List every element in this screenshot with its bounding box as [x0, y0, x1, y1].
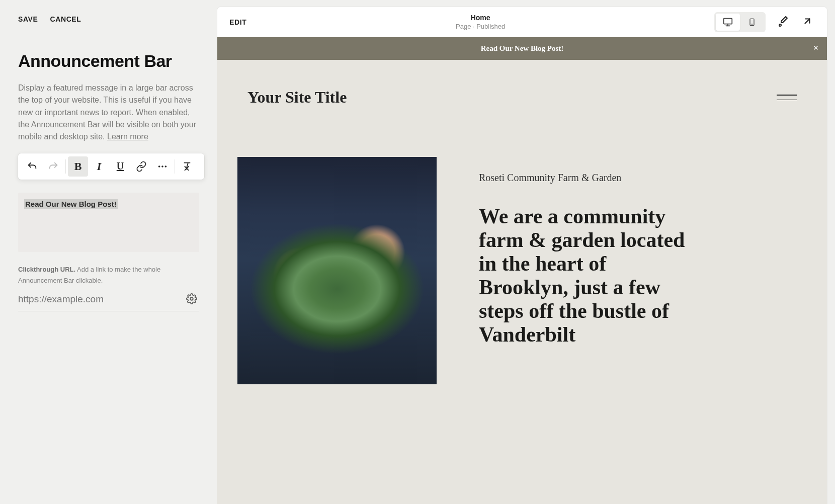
page-info: Home Page · Published	[246, 14, 714, 30]
preview-topbar: EDIT Home Page · Published	[217, 7, 827, 37]
panel-title: Announcement Bar	[18, 51, 199, 71]
site-hero-text: We are a community farm & garden located…	[479, 205, 690, 347]
svg-rect-4	[724, 18, 732, 24]
svg-point-2	[165, 165, 167, 167]
desktop-icon	[722, 17, 733, 28]
bold-button[interactable]: B	[68, 156, 88, 177]
link-button[interactable]	[131, 156, 151, 177]
mobile-icon	[748, 17, 756, 28]
menu-button[interactable]	[777, 95, 797, 100]
undo-icon	[27, 161, 38, 172]
rich-text-toolbar: B I U	[18, 153, 204, 180]
hamburger-line	[777, 95, 797, 96]
mobile-view-button[interactable]	[740, 14, 764, 31]
topbar-right	[714, 12, 815, 32]
settings-sidebar: SAVE CANCEL Announcement Bar Display a f…	[0, 0, 217, 504]
site-copy: Roseti Community Farm & Garden We are a …	[479, 157, 690, 347]
site-header: Your Site Title	[217, 60, 827, 107]
announcement-bar[interactable]: Read Our New Blog Post!	[217, 37, 827, 60]
edit-button[interactable]: EDIT	[229, 18, 246, 26]
save-button[interactable]: SAVE	[18, 15, 38, 23]
redo-icon	[48, 161, 59, 172]
url-settings-button[interactable]	[184, 291, 199, 308]
announcement-close-button[interactable]	[813, 45, 819, 53]
preview-frame: EDIT Home Page · Published	[217, 7, 827, 504]
site-body: Roseti Community Farm & Garden We are a …	[217, 107, 827, 384]
url-label: Clickthrough URL. Add a link to make the…	[18, 264, 199, 286]
link-icon	[136, 161, 147, 172]
editor-text: Read Our New Blog Post!	[24, 199, 118, 209]
site-preview: Read Our New Blog Post! Your Site Title …	[217, 37, 827, 504]
redo-button[interactable]	[43, 156, 63, 177]
italic-icon: I	[97, 160, 102, 173]
clear-format-icon	[182, 161, 193, 172]
paintbrush-icon	[777, 15, 789, 27]
toolbar-separator	[175, 159, 175, 174]
preview-pane: EDIT Home Page · Published	[217, 0, 835, 504]
style-button[interactable]	[775, 13, 791, 31]
open-external-button[interactable]	[800, 14, 815, 30]
url-label-title: Clickthrough URL.	[18, 266, 75, 273]
close-icon	[813, 45, 819, 51]
clickthrough-url-section: Clickthrough URL. Add a link to make the…	[18, 264, 199, 311]
page-status: Page · Published	[246, 23, 714, 30]
page-name: Home	[246, 14, 714, 22]
more-button[interactable]	[152, 156, 173, 177]
announcement-text: Read Our New Blog Post!	[481, 44, 564, 53]
svg-point-0	[158, 165, 160, 167]
italic-button[interactable]: I	[89, 156, 109, 177]
undo-button[interactable]	[22, 156, 42, 177]
svg-point-3	[190, 297, 193, 300]
arrow-out-icon	[802, 16, 813, 27]
toolbar-separator	[65, 159, 66, 174]
panel-description: Display a featured message in a large ba…	[18, 82, 199, 143]
device-toggle	[714, 12, 766, 32]
clickthrough-url-input[interactable]	[18, 294, 184, 305]
hero-image	[237, 157, 437, 384]
sidebar-actions: SAVE CANCEL	[18, 15, 199, 23]
desktop-view-button[interactable]	[716, 14, 740, 31]
site-subheading: Roseti Community Farm & Garden	[479, 172, 690, 184]
more-icon	[157, 161, 168, 172]
cancel-button[interactable]: CANCEL	[50, 15, 81, 23]
learn-more-link[interactable]: Learn more	[107, 132, 148, 141]
hamburger-line	[777, 100, 797, 101]
underline-button[interactable]: U	[110, 156, 130, 177]
clear-format-button[interactable]	[177, 156, 197, 177]
gear-icon	[186, 293, 197, 304]
svg-point-1	[161, 165, 163, 167]
underline-icon: U	[117, 160, 124, 172]
site-title[interactable]: Your Site Title	[247, 88, 347, 107]
bold-icon: B	[74, 160, 82, 173]
announcement-text-editor[interactable]: Read Our New Blog Post!	[18, 193, 199, 252]
